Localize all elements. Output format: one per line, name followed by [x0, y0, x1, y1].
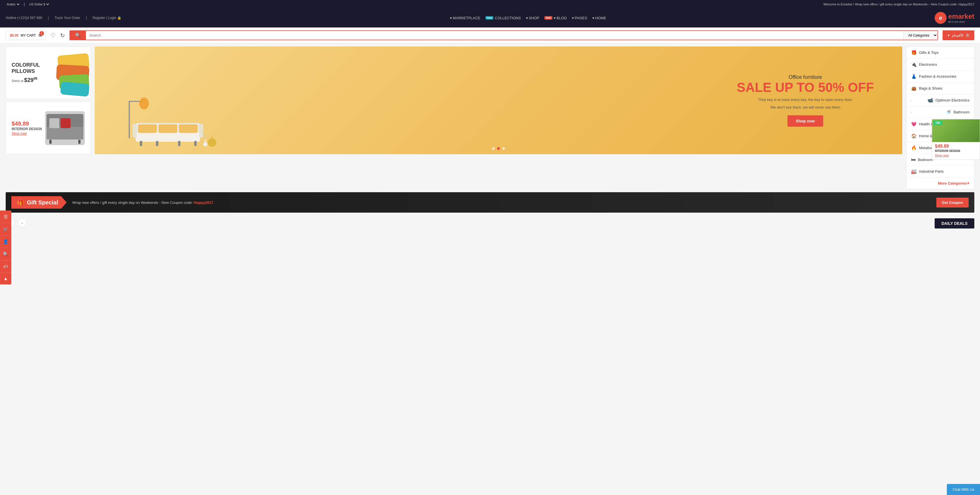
bedroom-label: Bedroom [918, 158, 933, 162]
hero-slider: Office furniture SALE UP TO 50% OFF They… [95, 46, 902, 154]
interior-panel: $49.89 INTERIOR DESIGN Shop now [6, 102, 91, 154]
bags-label: Bags & Shoes [919, 86, 942, 91]
cart-icon-wrap: 🛍 0 [38, 33, 42, 37]
categories-dropdown: 🎁 Gifts & Toys 🔌 Electronics 👗 Fashion &… [906, 46, 974, 189]
svg-rect-15 [212, 137, 213, 143]
logo-icon: e [935, 12, 947, 24]
slider-dot-3[interactable] [502, 147, 505, 150]
gift-bar: 🎁 Gift Special Wrap new offers / gift ev… [6, 192, 974, 213]
dropdown-item-bags[interactable]: 👜 Bags & Shoes [907, 83, 974, 94]
cart-button[interactable]: $0.00 MY CART 🛍 0 [6, 31, 46, 40]
hotline: Hotline (+123)4 567 890 [6, 16, 42, 20]
slider-dot-2[interactable] [497, 147, 500, 150]
track-order-link[interactable]: Track Your Order [54, 16, 80, 20]
sofa-leg-right [78, 140, 81, 144]
hero-section: Office furniture SALE UP TO 50% OFF They… [95, 46, 902, 189]
dropdown-item-industrial[interactable]: 🏭 Industrial Parts [907, 166, 974, 177]
metallurgy-icon: 🔥 [911, 145, 917, 151]
pillows-starts: Starts at $2999 [12, 76, 52, 83]
register-link[interactable]: Register | Login 🔒 [92, 16, 121, 20]
sofa-cushion-2 [61, 118, 71, 128]
svg-rect-8 [132, 124, 137, 137]
svg-rect-13 [194, 141, 197, 146]
optimum-label: Optimum Electronics [935, 98, 969, 102]
more-plus-icon: + [967, 181, 969, 186]
next-button[interactable]: › [18, 218, 27, 228]
pillows-price: $2999 [24, 77, 37, 83]
search-input[interactable] [86, 31, 904, 40]
svg-rect-6 [159, 124, 177, 133]
currency-select[interactable]: US Dollar $ [28, 2, 50, 6]
language-select[interactable]: Arabic [6, 2, 21, 6]
hero-subtitle: Office furniture [737, 74, 874, 80]
nav-pages[interactable]: ▾ PAGES [572, 16, 587, 20]
top-bar: Arabic | US Dollar $ Welcome to Emarket … [0, 0, 980, 8]
interior-text: $49.89 INTERIOR DESIGN Shop now [12, 121, 42, 135]
search-bar: 🔍 All Categories [70, 30, 938, 40]
slider-dot-1[interactable] [492, 147, 495, 150]
header-contact: Hotline (+123)4 567 890 | Track Your Ord… [6, 16, 121, 20]
svg-rect-7 [179, 124, 198, 133]
dropdown-item-gifts[interactable]: 🎁 Gifts & Toys [907, 47, 974, 59]
all-categories-button[interactable]: ▾ الأقسام ☰ [943, 30, 974, 40]
pillows-text: COLORFUL PILLOWS Starts at $2999 [12, 62, 52, 83]
search-submit-button[interactable]: 🔍 [70, 31, 86, 40]
more-categories-item[interactable]: More Categories + [907, 177, 974, 189]
nav-home[interactable]: ▾ HOME [592, 16, 606, 20]
hero-sofa-svg [118, 97, 225, 148]
bathroom-icon: 🚿 [946, 110, 951, 115]
cart-count: 0 [40, 31, 44, 36]
hero-content: Office furniture SALE UP TO 50% OFF They… [737, 74, 874, 127]
floating-card-link[interactable]: Shop now [935, 154, 977, 157]
dropdown-item-optimum[interactable]: ‹ 📹 Optimum Electronics [907, 94, 974, 106]
svg-rect-0 [129, 101, 130, 138]
bags-icon: 👜 [911, 86, 917, 91]
get-coupon-button[interactable]: Get Coupon [936, 197, 969, 207]
dropdown-item-electronics[interactable]: 🔌 Electronics [907, 59, 974, 71]
gifts-label: Gifts & Toys [919, 51, 939, 55]
gift-icon: 🎁 [17, 199, 24, 206]
bottom-section: ‹ › DAILY DEALS [0, 215, 980, 231]
floating-card-image: ON [932, 119, 980, 142]
gift-text: Wrap new offers / gift every single day … [72, 201, 931, 205]
coupon-code: Happy2017 [194, 201, 213, 205]
interior-shop-link[interactable]: Shop now [12, 132, 27, 135]
floating-card-price: $49.89 [935, 144, 977, 149]
header: Hotline (+123)4 567 890 | Track Your Ord… [0, 8, 980, 27]
chevron-left-icon-2: ‹ [911, 111, 912, 114]
left-panels: COLORFUL PILLOWS Starts at $2999 $49.89 … [6, 46, 91, 189]
fashion-icon: 👗 [911, 74, 917, 79]
hero-shop-now-button[interactable]: Shop now [788, 115, 824, 126]
svg-rect-17 [205, 139, 206, 145]
separator: | [86, 16, 87, 20]
sidebar-menu-icon[interactable]: ☰ [0, 211, 11, 223]
sidebar-cart-icon[interactable]: 🛒 [0, 223, 11, 232]
sofa-seat [46, 127, 83, 140]
sofa-image [45, 111, 85, 145]
slider-dots [492, 147, 505, 150]
industrial-icon: 🏭 [911, 169, 917, 174]
cart-label: MY CART [21, 33, 36, 37]
daily-deals-button[interactable]: DAILY DEALS [935, 218, 974, 229]
floating-card-title: INTERIOR DESIGN [935, 150, 977, 153]
logo-text: emarket all in one store [948, 13, 974, 23]
pillow-cyan [60, 81, 90, 97]
category-filter-select[interactable]: All Categories [904, 31, 937, 40]
wishlist-button[interactable]: ♡ [51, 32, 56, 39]
cart-price: $0.00 [10, 33, 18, 37]
electronics-label: Electronics [919, 62, 937, 67]
pillows-title: COLORFUL PILLOWS [12, 62, 52, 74]
hero-desc1: They key is to have every key, the key t… [737, 97, 874, 102]
nav-collections[interactable]: New COLLECTIONS [485, 16, 521, 20]
optimum-icon: 📹 [928, 97, 933, 103]
svg-point-2 [139, 97, 149, 110]
interior-price: $49.89 [12, 121, 42, 127]
refresh-button[interactable]: ↻ [60, 32, 65, 39]
dropdown-item-fashion[interactable]: 👗 Fashion & Accessories [907, 71, 974, 83]
dropdown-item-bathroom[interactable]: ‹ 🚿 Bathroom [907, 106, 974, 118]
nav-blog[interactable]: Hot! ▾ BLOG [544, 16, 567, 20]
nav-shop[interactable]: ▾ SHOP [526, 16, 539, 20]
nav-marketplace[interactable]: ▾ MARKETPLACE [450, 16, 480, 20]
gifts-icon: 🎁 [911, 50, 917, 55]
electronics-icon: 🔌 [911, 62, 917, 67]
